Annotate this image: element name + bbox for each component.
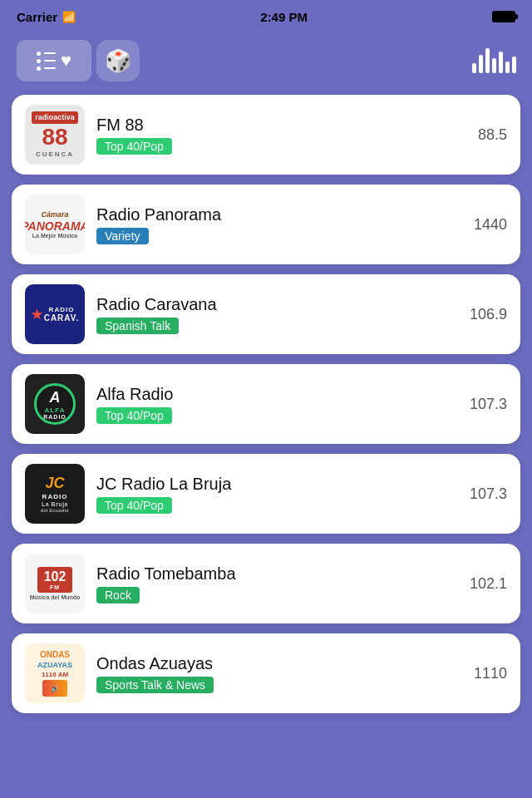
station-logo-ondas: ONDAS AZUAYAS 1110 AM 🔊: [25, 643, 85, 703]
station-info-ondas: Ondas Azuayas Sports Talk & News: [96, 654, 462, 693]
station-info-panorama: Radio Panorama Variety: [96, 205, 462, 244]
battery-icon: [492, 11, 515, 22]
genre-badge-jc: Top 40/Pop: [96, 497, 172, 514]
dice-icon: 🎲: [105, 48, 131, 74]
genre-badge-tomebamba: Rock: [96, 587, 140, 603]
wifi-icon: 📶: [62, 11, 76, 23]
station-name-jc: JC Radio La Bruja: [96, 475, 458, 494]
carrier-info: Carrier 📶: [17, 10, 76, 24]
station-name-caravana: Radio Caravana: [96, 295, 458, 314]
nav-left-group: ♥ 🎲: [17, 40, 140, 81]
list-icon: [37, 52, 56, 71]
list-fav-button[interactable]: ♥: [17, 40, 91, 81]
top-nav: ♥ 🎲: [0, 33, 532, 95]
station-freq-fm88: 88.5: [478, 126, 507, 144]
station-list: radioactiva 88 CUENCA FM 88 Top 40/Pop 8…: [0, 95, 532, 713]
heart-icon: ♥: [61, 50, 71, 71]
station-card-tomebamba[interactable]: 102 FM Música del Mundo Radio Tomebamba …: [12, 544, 520, 623]
carrier-label: Carrier: [17, 10, 57, 24]
battery-info: [492, 11, 515, 22]
station-freq-ondas: 1110: [474, 665, 507, 682]
station-card-fm88[interactable]: radioactiva 88 CUENCA FM 88 Top 40/Pop 8…: [12, 95, 520, 175]
station-card-ondas[interactable]: ONDAS AZUAYAS 1110 AM 🔊 Ondas Azuayas Sp…: [12, 633, 520, 713]
station-logo-caravana: ★ RADIO CARAV.: [25, 284, 85, 344]
status-bar: Carrier 📶 2:49 PM: [0, 0, 532, 33]
station-freq-tomebamba: 102.1: [470, 575, 507, 593]
genre-badge-ondas: Sports Talk & News: [96, 677, 214, 693]
station-name-alfa: Alfa Radio: [96, 385, 458, 404]
station-card-jc[interactable]: JC RADIO La Bruja del Ecuador JC Radio L…: [12, 454, 520, 534]
station-logo-jc: JC RADIO La Bruja del Ecuador: [25, 464, 85, 524]
station-card-panorama[interactable]: Cámara PANORAMA La Mejor Música Radio Pa…: [12, 185, 520, 264]
time-label: 2:49 PM: [260, 10, 308, 24]
station-logo-alfa: A ALFA RADIO: [25, 374, 85, 434]
station-card-caravana[interactable]: ★ RADIO CARAV. Radio Caravana Spanish Ta…: [12, 274, 520, 354]
station-info-caravana: Radio Caravana Spanish Talk: [96, 295, 458, 334]
station-name-ondas: Ondas Azuayas: [96, 654, 462, 673]
station-logo-panorama: Cámara PANORAMA La Mejor Música: [25, 195, 85, 254]
equalizer-icon: [472, 48, 516, 73]
station-info-fm88: FM 88 Top 40/Pop: [96, 116, 466, 155]
station-name-fm88: FM 88: [96, 116, 466, 135]
genre-badge-panorama: Variety: [96, 228, 149, 244]
equalizer-button[interactable]: [472, 40, 515, 81]
station-logo-fm88: radioactiva 88 CUENCA: [25, 105, 85, 165]
station-name-panorama: Radio Panorama: [96, 205, 462, 224]
station-info-alfa: Alfa Radio Top 40/Pop: [96, 385, 458, 424]
station-freq-alfa: 107.3: [470, 396, 507, 413]
station-card-alfa[interactable]: A ALFA RADIO Alfa Radio Top 40/Pop 107.3: [12, 364, 520, 444]
station-freq-jc: 107.3: [470, 485, 507, 503]
station-freq-panorama: 1440: [474, 216, 507, 234]
dice-button[interactable]: 🎲: [96, 40, 140, 81]
station-freq-caravana: 106.9: [470, 306, 507, 323]
genre-badge-alfa: Top 40/Pop: [96, 407, 172, 424]
genre-badge-caravana: Spanish Talk: [96, 318, 179, 334]
station-info-tomebamba: Radio Tomebamba Rock: [96, 564, 458, 603]
station-logo-tomebamba: 102 FM Música del Mundo: [25, 554, 85, 613]
genre-badge-fm88: Top 40/Pop: [96, 138, 172, 155]
station-info-jc: JC Radio La Bruja Top 40/Pop: [96, 475, 458, 514]
station-name-tomebamba: Radio Tomebamba: [96, 564, 458, 584]
